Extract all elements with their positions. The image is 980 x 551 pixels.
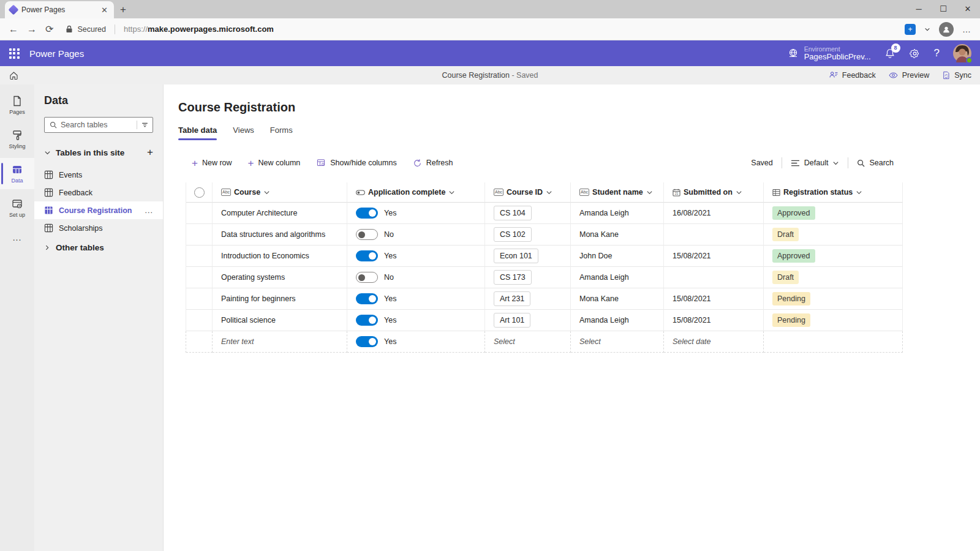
cell-course-id[interactable]: CS 104: [485, 203, 571, 224]
cell-student[interactable]: Mona Kane: [571, 288, 664, 310]
cell-student[interactable]: Amanda Leigh: [571, 310, 664, 331]
new-application-complete-cell[interactable]: Yes: [347, 331, 485, 353]
row-select-cell[interactable]: [186, 310, 213, 331]
rail-item-pages[interactable]: Pages: [0, 89, 34, 121]
course-id-box[interactable]: CS 173: [494, 270, 532, 285]
row-select-cell[interactable]: [186, 224, 213, 246]
cell-application-complete[interactable]: No: [347, 224, 485, 246]
new-course-id-cell[interactable]: Select: [485, 331, 571, 353]
cell-status[interactable]: Pending: [764, 310, 903, 331]
tab-forms[interactable]: Forms: [270, 126, 293, 140]
cell-course[interactable]: Computer Architecture: [213, 203, 347, 224]
window-minimize-button[interactable]: ─: [907, 0, 931, 17]
rail-item-set-up[interactable]: Set up: [0, 192, 34, 223]
chevron-down-icon[interactable]: [924, 26, 930, 32]
filter-icon[interactable]: [141, 121, 149, 129]
new-student-cell[interactable]: Select: [571, 331, 664, 353]
column-header-course-id[interactable]: Abc Course ID: [485, 182, 571, 203]
cell-course-id[interactable]: CS 102: [485, 224, 571, 246]
new-tab-button[interactable]: +: [120, 4, 126, 16]
show-hide-columns-button[interactable]: Show/hide columns: [316, 158, 396, 168]
cell-course[interactable]: Painting for beginners: [213, 288, 347, 310]
application-complete-toggle[interactable]: [356, 272, 378, 283]
course-id-box[interactable]: CS 102: [494, 227, 532, 242]
cell-student[interactable]: John Doe: [571, 246, 664, 267]
cell-status[interactable]: Draft: [764, 267, 903, 288]
cell-application-complete[interactable]: Yes: [347, 203, 485, 224]
chevron-down-icon[interactable]: [736, 189, 742, 196]
table-more-icon[interactable]: ...: [145, 206, 153, 215]
cell-student[interactable]: Mona Kane: [571, 224, 664, 246]
rail-item-data[interactable]: Data: [0, 158, 34, 189]
help-button[interactable]: ?: [934, 47, 940, 59]
settings-button[interactable]: [909, 48, 921, 59]
chevron-down-icon[interactable]: [646, 189, 653, 196]
cell-student[interactable]: Amanda Leigh: [571, 267, 664, 288]
cell-application-complete[interactable]: Yes: [347, 246, 485, 267]
cell-course-id[interactable]: Art 101: [485, 310, 571, 331]
site-security[interactable]: Secured: [66, 25, 106, 34]
waffle-icon[interactable]: [0, 40, 28, 66]
course-id-box[interactable]: CS 104: [494, 206, 532, 220]
forward-icon[interactable]: →: [27, 24, 37, 35]
column-header-student-name[interactable]: Abc Student name: [571, 182, 664, 203]
browser-tab[interactable]: Power Pages ✕: [5, 1, 114, 18]
browser-profile-avatar[interactable]: [939, 22, 954, 37]
row-select-cell[interactable]: [186, 246, 213, 267]
column-header-application-complete[interactable]: Application complete: [347, 182, 485, 203]
sidebar-table-events[interactable]: Events: [34, 166, 163, 184]
browser-menu-icon[interactable]: …: [962, 24, 971, 34]
column-header-registration-status[interactable]: Registration status: [764, 182, 903, 203]
tables-section-header[interactable]: Tables in this site +: [34, 146, 163, 159]
application-complete-toggle[interactable]: [356, 293, 378, 304]
cell-course[interactable]: Introduction to Economics: [213, 246, 347, 267]
cell-course-id[interactable]: CS 173: [485, 267, 571, 288]
row-select-cell[interactable]: [186, 288, 213, 310]
rail-item-styling[interactable]: Styling: [0, 124, 34, 155]
cell-application-complete[interactable]: No: [347, 267, 485, 288]
new-course-cell[interactable]: Enter text: [213, 331, 347, 353]
chevron-down-icon[interactable]: [263, 189, 270, 196]
row-select-cell[interactable]: [186, 267, 213, 288]
cell-course[interactable]: Operating systems: [213, 267, 347, 288]
search-tables-box[interactable]: [44, 117, 153, 133]
search-tables-input[interactable]: [61, 121, 133, 129]
collections-icon[interactable]: +: [905, 24, 916, 35]
environment-picker[interactable]: Environment PagesPublicPrev...: [787, 45, 871, 62]
product-name[interactable]: Power Pages: [29, 48, 84, 59]
select-all-circle[interactable]: [194, 187, 205, 198]
window-close-button[interactable]: ✕: [956, 0, 980, 17]
new-status-cell[interactable]: [764, 331, 903, 353]
window-maximize-button[interactable]: ☐: [931, 0, 956, 17]
cell-application-complete[interactable]: Yes: [347, 310, 485, 331]
application-complete-toggle[interactable]: [356, 250, 378, 261]
course-id-box[interactable]: Art 101: [494, 313, 530, 328]
application-complete-toggle[interactable]: [356, 208, 378, 219]
sidebar-table-course-registration[interactable]: Course Registration ...: [34, 201, 163, 219]
cell-submitted[interactable]: 15/08/2021: [664, 246, 764, 267]
account-avatar[interactable]: [953, 44, 971, 62]
course-id-box[interactable]: Econ 101: [494, 249, 538, 263]
new-submitted-cell[interactable]: Select date: [664, 331, 764, 353]
new-row-button[interactable]: +New row: [192, 158, 232, 168]
chevron-down-icon[interactable]: [856, 189, 862, 196]
cell-student[interactable]: Amanda Leigh: [571, 203, 664, 224]
reload-icon[interactable]: ⟳: [45, 23, 53, 35]
search-records-button[interactable]: Search: [848, 159, 902, 167]
cell-status[interactable]: Pending: [764, 288, 903, 310]
column-header-course[interactable]: Abc Course: [213, 182, 347, 203]
cell-submitted[interactable]: [664, 267, 764, 288]
cell-status[interactable]: Approved: [764, 246, 903, 267]
cell-submitted[interactable]: 16/08/2021: [664, 203, 764, 224]
other-tables-toggle[interactable]: Other tables: [34, 237, 163, 258]
select-all-cell[interactable]: [186, 182, 213, 203]
notifications-button[interactable]: 8: [884, 48, 895, 59]
cell-submitted[interactable]: [664, 224, 764, 246]
back-icon[interactable]: ←: [9, 24, 18, 35]
cell-course-id[interactable]: Econ 101: [485, 246, 571, 267]
application-complete-toggle[interactable]: [356, 229, 378, 240]
cell-course-id[interactable]: Art 231: [485, 288, 571, 310]
tab-views[interactable]: Views: [233, 126, 254, 140]
view-selector[interactable]: Default: [782, 159, 848, 167]
tab-table-data[interactable]: Table data: [178, 126, 217, 140]
